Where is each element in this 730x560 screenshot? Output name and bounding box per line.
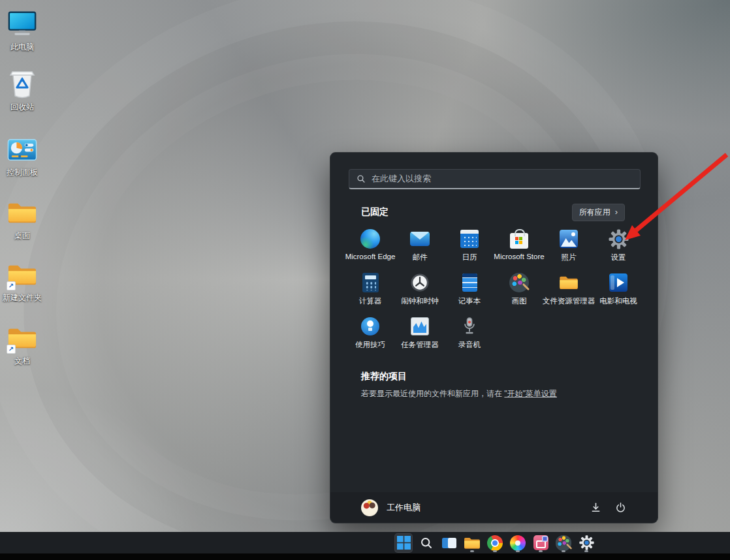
taskbar-paint-button[interactable] xyxy=(554,533,573,553)
running-indicator xyxy=(562,550,565,552)
pinned-app-label: 邮件 xyxy=(413,253,428,262)
avatar xyxy=(361,499,378,516)
desktop-icon-this-pc[interactable]: 此电脑 xyxy=(0,8,44,53)
start-menu-settings-link[interactable]: "开始"菜单设置 xyxy=(504,389,557,398)
download-updates-button[interactable] xyxy=(588,501,603,515)
search-placeholder: 在此键入以搜索 xyxy=(372,173,431,185)
pinned-app-voice-recorder[interactable]: 录音机 xyxy=(445,313,494,357)
pinned-app-settings[interactable]: 设置 xyxy=(594,226,643,270)
desktop-icon-label: 文档 xyxy=(14,356,30,367)
file-explorer-icon xyxy=(558,272,579,293)
recommended-header: 推荐的项目 xyxy=(361,371,407,382)
taskbar-icons xyxy=(394,532,595,553)
pinned-header: 已固定 xyxy=(361,206,389,218)
search-input[interactable]: 在此键入以搜索 xyxy=(349,169,641,189)
voice-recorder-icon xyxy=(459,316,480,337)
search-icon xyxy=(357,174,366,183)
settings-icon xyxy=(579,535,594,550)
running-indicator xyxy=(470,550,474,552)
desktop-icon-label: 此电脑 xyxy=(10,42,34,53)
desktop-icon-control-panel[interactable]: 控制面板 xyxy=(0,133,44,178)
mail-icon xyxy=(409,228,430,249)
pinned-app-tips[interactable]: 使用技巧 xyxy=(345,313,395,357)
pinned-app-label: Microsoft Edge xyxy=(345,253,396,260)
desktop-icon-recycle-bin[interactable]: 回收站 xyxy=(0,68,44,113)
pinned-header-row: 已固定 所有应用 › xyxy=(361,204,625,221)
desktop-screen: 此电脑回收站控制面板桌面↗新建文件夹↗文档 在此键入以搜索 已固定 所有应用 ›… xyxy=(0,0,730,560)
control-panel-icon xyxy=(6,133,39,166)
taskbar-start-button[interactable] xyxy=(394,533,413,553)
start-icon xyxy=(397,536,411,550)
desktop-icon-label: 新建文件夹 xyxy=(3,292,42,303)
pinned-app-label: 照片 xyxy=(562,253,577,262)
pinned-app-movies-tv[interactable]: 电影和电视 xyxy=(594,270,643,313)
tips-icon xyxy=(360,316,381,337)
taskbar-task-view-button[interactable] xyxy=(440,533,458,553)
pinned-app-label: 任务管理器 xyxy=(401,340,439,350)
task-view-icon xyxy=(442,537,456,549)
calculator-icon xyxy=(360,272,381,293)
shortcut-arrow-icon: ↗ xyxy=(7,281,16,290)
chevron-right-icon: › xyxy=(615,209,618,215)
paint-icon xyxy=(509,272,530,293)
session-buttons xyxy=(588,501,627,515)
pinned-app-calculator[interactable]: 计算器 xyxy=(345,270,395,313)
taskbar xyxy=(0,532,730,553)
taskbar-pink-app-button[interactable] xyxy=(532,533,550,553)
color-wheel-browser-icon xyxy=(510,535,526,551)
running-indicator xyxy=(493,550,497,552)
power-icon xyxy=(615,502,626,513)
pinned-app-label: 记事本 xyxy=(458,296,481,306)
file-explorer-icon xyxy=(464,536,481,550)
new-folder-icon: ↗ xyxy=(6,258,39,291)
pinned-app-label: 使用技巧 xyxy=(355,340,385,350)
user-name: 工作电脑 xyxy=(387,502,421,514)
user-account-button[interactable]: 工作电脑 xyxy=(361,499,421,516)
pinned-app-label: Microsoft Store xyxy=(494,253,544,260)
pinned-app-microsoft-store[interactable]: Microsoft Store xyxy=(494,226,544,270)
pinned-app-label: 画图 xyxy=(512,296,527,306)
start-menu: 在此键入以搜索 已固定 所有应用 › Microsoft Edge邮件日历Mic… xyxy=(330,152,658,523)
pinned-app-notepad[interactable]: 记事本 xyxy=(445,270,494,313)
pinned-app-label: 日历 xyxy=(462,253,477,262)
pinned-app-mail[interactable]: 邮件 xyxy=(395,226,445,270)
all-apps-button[interactable]: 所有应用 › xyxy=(572,204,625,221)
pinned-app-photos[interactable]: 照片 xyxy=(544,226,594,270)
desktop-icon-documents[interactable]: ↗文档 xyxy=(0,322,44,367)
power-button[interactable] xyxy=(613,501,627,515)
desktop-icon-label: 控制面板 xyxy=(7,167,38,178)
desktop-icon-label: 回收站 xyxy=(10,102,34,113)
taskbar-chrome-button[interactable] xyxy=(486,533,504,553)
recommended-text: 若要显示最近使用的文件和新应用，请在 "开始"菜单设置 xyxy=(361,388,557,399)
taskbar-color-wheel-browser-button[interactable] xyxy=(509,533,527,553)
pinned-app-calendar[interactable]: 日历 xyxy=(445,226,494,270)
search-icon xyxy=(420,537,433,550)
settings-icon xyxy=(608,228,629,249)
shortcut-arrow-icon: ↗ xyxy=(7,345,16,354)
running-indicator xyxy=(539,550,543,552)
pinned-app-label: 文件资源管理器 xyxy=(543,296,595,306)
pinned-app-microsoft-edge[interactable]: Microsoft Edge xyxy=(345,226,395,270)
start-menu-user-bar: 工作电脑 xyxy=(330,492,658,523)
desktop-icon-new-folder[interactable]: ↗新建文件夹 xyxy=(0,258,44,303)
pinned-app-alarms-clock[interactable]: 闹钟和时钟 xyxy=(395,270,445,313)
pinned-app-label: 电影和电视 xyxy=(599,296,637,306)
taskbar-search-button[interactable] xyxy=(417,533,436,553)
taskbar-settings-button[interactable] xyxy=(577,533,595,553)
screen-bottom-strip xyxy=(0,553,730,560)
pinned-apps-grid: Microsoft Edge邮件日历Microsoft Store照片设置计算器… xyxy=(345,226,644,357)
desktop-folder-icon xyxy=(6,196,39,229)
recommended-text-plain: 若要显示最近使用的文件和新应用，请在 xyxy=(361,389,504,398)
pinned-app-label: 设置 xyxy=(611,253,626,262)
movies-tv-icon xyxy=(608,272,629,293)
taskbar-file-explorer-button[interactable] xyxy=(463,533,481,553)
download-icon xyxy=(590,502,601,513)
pink-app-icon xyxy=(533,535,548,550)
chrome-icon xyxy=(487,535,503,551)
pinned-app-task-manager[interactable]: 任务管理器 xyxy=(395,313,445,357)
desktop-icon-desktop-folder[interactable]: 桌面 xyxy=(0,196,44,241)
running-indicator xyxy=(584,550,588,552)
pinned-app-paint[interactable]: 画图 xyxy=(494,270,544,313)
pinned-app-file-explorer[interactable]: 文件资源管理器 xyxy=(544,270,594,313)
photos-icon xyxy=(558,228,579,249)
